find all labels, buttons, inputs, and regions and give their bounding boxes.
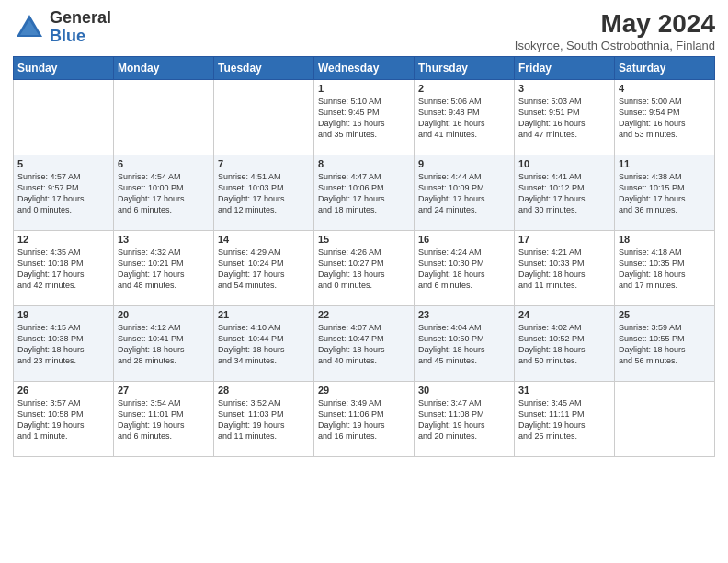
calendar-day-3: 3Sunrise: 5:03 AM Sunset: 9:51 PM Daylig… <box>515 80 615 155</box>
day-info: Sunrise: 3:49 AM Sunset: 11:06 PM Daylig… <box>318 397 410 442</box>
day-number: 7 <box>218 158 310 169</box>
day-number: 6 <box>118 158 210 169</box>
day-number: 5 <box>17 158 109 169</box>
day-number: 19 <box>17 309 109 320</box>
day-info: Sunrise: 5:06 AM Sunset: 9:48 PM Dayligh… <box>418 96 510 141</box>
day-info: Sunrise: 4:02 AM Sunset: 10:52 PM Daylig… <box>518 322 610 367</box>
calendar-day-16: 16Sunrise: 4:24 AM Sunset: 10:30 PM Dayl… <box>415 231 515 306</box>
day-number: 24 <box>518 309 610 320</box>
day-number: 13 <box>118 234 210 245</box>
calendar-day-12: 12Sunrise: 4:35 AM Sunset: 10:18 PM Dayl… <box>14 231 114 306</box>
day-number: 26 <box>17 385 109 396</box>
calendar-day-23: 23Sunrise: 4:04 AM Sunset: 10:50 PM Dayl… <box>415 306 515 382</box>
day-number: 2 <box>418 83 510 94</box>
calendar-day-10: 10Sunrise: 4:41 AM Sunset: 10:12 PM Dayl… <box>515 155 615 231</box>
day-number: 3 <box>518 83 610 94</box>
calendar-day-6: 6Sunrise: 4:54 AM Sunset: 10:00 PM Dayli… <box>114 155 214 231</box>
day-number: 21 <box>218 309 310 320</box>
calendar-day-5: 5Sunrise: 4:57 AM Sunset: 9:57 PM Daylig… <box>14 155 114 231</box>
day-number: 28 <box>218 385 310 396</box>
calendar-day-18: 18Sunrise: 4:18 AM Sunset: 10:35 PM Dayl… <box>615 231 715 306</box>
calendar-day-27: 27Sunrise: 3:54 AM Sunset: 11:01 PM Dayl… <box>114 382 214 457</box>
day-info: Sunrise: 3:47 AM Sunset: 11:08 PM Daylig… <box>418 397 510 442</box>
day-number: 27 <box>118 385 210 396</box>
weekday-monday: Monday <box>114 57 214 80</box>
calendar-day-11: 11Sunrise: 4:38 AM Sunset: 10:15 PM Dayl… <box>615 155 715 231</box>
subtitle: Isokyroe, South Ostrobothnia, Finland <box>515 39 715 52</box>
header: General Blue May 2024 Isokyroe, South Os… <box>13 9 715 52</box>
day-info: Sunrise: 3:54 AM Sunset: 11:01 PM Daylig… <box>118 397 210 442</box>
weekday-friday: Friday <box>515 57 615 80</box>
day-info: Sunrise: 4:57 AM Sunset: 9:57 PM Dayligh… <box>17 171 109 216</box>
day-info: Sunrise: 3:59 AM Sunset: 10:55 PM Daylig… <box>619 322 711 367</box>
page: General Blue May 2024 Isokyroe, South Os… <box>0 0 728 563</box>
calendar-day-13: 13Sunrise: 4:32 AM Sunset: 10:21 PM Dayl… <box>114 231 214 306</box>
day-info: Sunrise: 3:52 AM Sunset: 11:03 PM Daylig… <box>218 397 310 442</box>
day-info: Sunrise: 5:10 AM Sunset: 9:45 PM Dayligh… <box>318 96 410 141</box>
calendar-day-9: 9Sunrise: 4:44 AM Sunset: 10:09 PM Dayli… <box>415 155 515 231</box>
logo-icon <box>13 11 46 44</box>
day-number: 14 <box>218 234 310 245</box>
calendar-week-row: 26Sunrise: 3:57 AM Sunset: 10:58 PM Dayl… <box>14 382 715 457</box>
day-number: 17 <box>518 234 610 245</box>
calendar-day-24: 24Sunrise: 4:02 AM Sunset: 10:52 PM Dayl… <box>515 306 615 382</box>
day-info: Sunrise: 4:51 AM Sunset: 10:03 PM Daylig… <box>218 171 310 216</box>
title-block: May 2024 Isokyroe, South Ostrobothnia, F… <box>515 9 715 52</box>
calendar-day-19: 19Sunrise: 4:15 AM Sunset: 10:38 PM Dayl… <box>14 306 114 382</box>
day-number: 1 <box>318 83 410 94</box>
calendar-day-empty <box>214 80 314 155</box>
day-number: 15 <box>318 234 410 245</box>
day-number: 22 <box>318 309 410 320</box>
day-number: 10 <box>518 158 610 169</box>
calendar-day-21: 21Sunrise: 4:10 AM Sunset: 10:44 PM Dayl… <box>214 306 314 382</box>
day-info: Sunrise: 4:24 AM Sunset: 10:30 PM Daylig… <box>418 247 510 292</box>
calendar-day-14: 14Sunrise: 4:29 AM Sunset: 10:24 PM Dayl… <box>214 231 314 306</box>
logo-text: General Blue <box>50 9 111 46</box>
calendar-day-15: 15Sunrise: 4:26 AM Sunset: 10:27 PM Dayl… <box>314 231 415 306</box>
day-number: 31 <box>518 385 610 396</box>
calendar-day-1: 1Sunrise: 5:10 AM Sunset: 9:45 PM Daylig… <box>314 80 415 155</box>
logo: General Blue <box>13 9 111 46</box>
day-info: Sunrise: 3:45 AM Sunset: 11:11 PM Daylig… <box>518 397 610 442</box>
day-number: 30 <box>418 385 510 396</box>
day-number: 12 <box>17 234 109 245</box>
day-number: 11 <box>619 158 711 169</box>
day-info: Sunrise: 4:07 AM Sunset: 10:47 PM Daylig… <box>318 322 410 367</box>
day-number: 25 <box>619 309 711 320</box>
day-info: Sunrise: 4:15 AM Sunset: 10:38 PM Daylig… <box>17 322 109 367</box>
day-info: Sunrise: 4:54 AM Sunset: 10:00 PM Daylig… <box>118 171 210 216</box>
calendar-day-26: 26Sunrise: 3:57 AM Sunset: 10:58 PM Dayl… <box>14 382 114 457</box>
day-number: 20 <box>118 309 210 320</box>
day-info: Sunrise: 4:35 AM Sunset: 10:18 PM Daylig… <box>17 247 109 292</box>
weekday-sunday: Sunday <box>14 57 114 80</box>
calendar-day-empty <box>14 80 114 155</box>
weekday-tuesday: Tuesday <box>214 57 314 80</box>
day-info: Sunrise: 4:10 AM Sunset: 10:44 PM Daylig… <box>218 322 310 367</box>
calendar-day-17: 17Sunrise: 4:21 AM Sunset: 10:33 PM Dayl… <box>515 231 615 306</box>
day-info: Sunrise: 5:00 AM Sunset: 9:54 PM Dayligh… <box>619 96 711 141</box>
day-number: 9 <box>418 158 510 169</box>
weekday-wednesday: Wednesday <box>314 57 415 80</box>
day-info: Sunrise: 4:29 AM Sunset: 10:24 PM Daylig… <box>218 247 310 292</box>
calendar-table: SundayMondayTuesdayWednesdayThursdayFrid… <box>13 56 715 457</box>
calendar-day-empty <box>114 80 214 155</box>
calendar-day-4: 4Sunrise: 5:00 AM Sunset: 9:54 PM Daylig… <box>615 80 715 155</box>
logo-blue-text: Blue <box>50 28 111 46</box>
calendar-day-28: 28Sunrise: 3:52 AM Sunset: 11:03 PM Dayl… <box>214 382 314 457</box>
calendar-day-31: 31Sunrise: 3:45 AM Sunset: 11:11 PM Dayl… <box>515 382 615 457</box>
day-info: Sunrise: 3:57 AM Sunset: 10:58 PM Daylig… <box>17 397 109 442</box>
day-number: 23 <box>418 309 510 320</box>
calendar-day-20: 20Sunrise: 4:12 AM Sunset: 10:41 PM Dayl… <box>114 306 214 382</box>
calendar-day-2: 2Sunrise: 5:06 AM Sunset: 9:48 PM Daylig… <box>415 80 515 155</box>
calendar-day-22: 22Sunrise: 4:07 AM Sunset: 10:47 PM Dayl… <box>314 306 415 382</box>
calendar-day-empty <box>615 382 715 457</box>
main-title: May 2024 <box>515 9 715 39</box>
day-info: Sunrise: 4:12 AM Sunset: 10:41 PM Daylig… <box>118 322 210 367</box>
weekday-header-row: SundayMondayTuesdayWednesdayThursdayFrid… <box>14 57 715 80</box>
calendar-day-7: 7Sunrise: 4:51 AM Sunset: 10:03 PM Dayli… <box>214 155 314 231</box>
day-info: Sunrise: 4:41 AM Sunset: 10:12 PM Daylig… <box>518 171 610 216</box>
day-number: 18 <box>619 234 711 245</box>
calendar-week-row: 5Sunrise: 4:57 AM Sunset: 9:57 PM Daylig… <box>14 155 715 231</box>
calendar-day-8: 8Sunrise: 4:47 AM Sunset: 10:06 PM Dayli… <box>314 155 415 231</box>
weekday-saturday: Saturday <box>615 57 715 80</box>
